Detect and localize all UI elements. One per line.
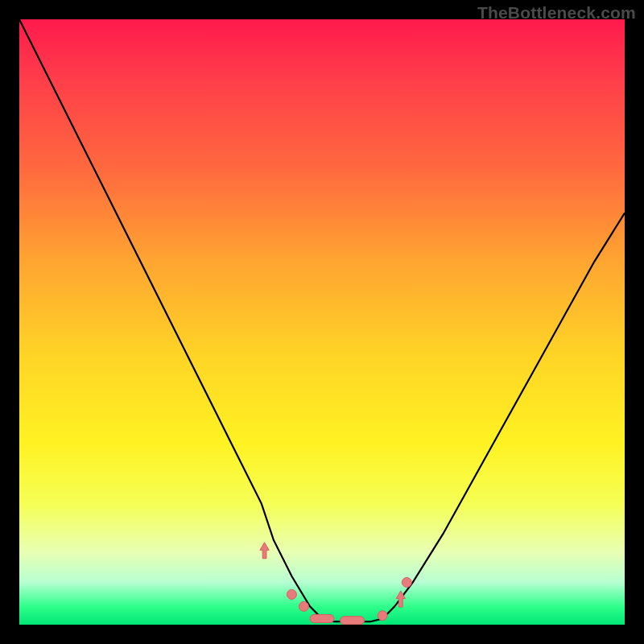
marker-pill (341, 617, 365, 625)
marker-dot (402, 577, 411, 587)
watermark-label: TheBottleneck.com (477, 3, 636, 23)
bottleneck-chart (19, 19, 625, 625)
marker-up-arrow (260, 543, 269, 559)
plot-area (19, 19, 625, 625)
outer-frame: TheBottleneck.com (0, 0, 644, 644)
marker-dot (299, 601, 308, 611)
marker-dot (378, 611, 387, 621)
marker-dot (287, 589, 296, 599)
marker-pill (310, 615, 334, 623)
curve-path (19, 19, 625, 621)
